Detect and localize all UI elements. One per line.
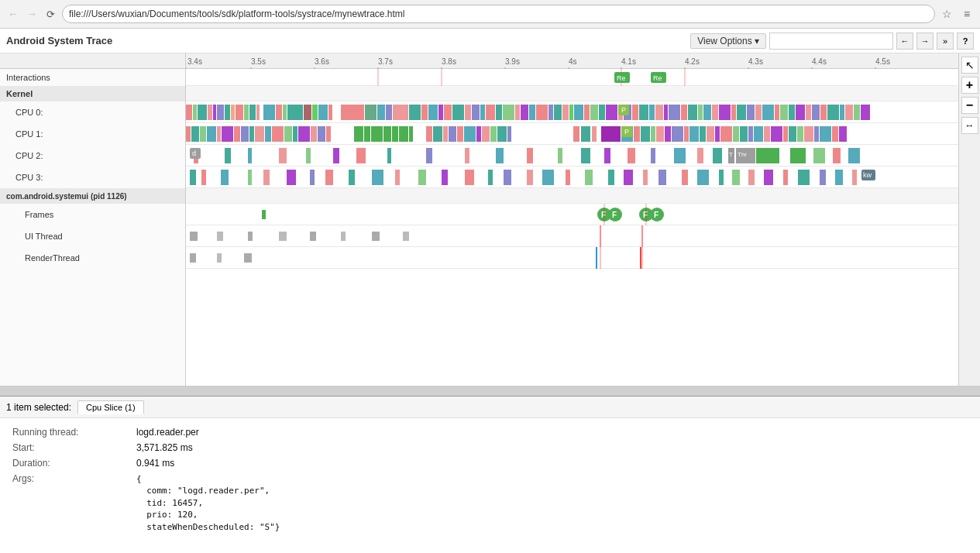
horizontal-scrollbar[interactable] (0, 386, 980, 395)
ui-thread-svg (186, 225, 958, 247)
back-button[interactable]: ← (5, 5, 22, 22)
bottom-status-bar: 1 item selected: Cpu Slice (1) (0, 397, 980, 418)
svg-rect-266 (279, 232, 287, 241)
svg-rect-148 (490, 126, 497, 142)
help-button[interactable]: ? (957, 33, 974, 50)
svg-rect-157 (641, 126, 650, 142)
svg-rect-143 (449, 126, 456, 142)
svg-text:4.2s: 4.2s (685, 57, 700, 66)
svg-rect-110 (845, 105, 853, 120)
track-cpu1[interactable]: P (186, 123, 958, 145)
svg-rect-149 (497, 126, 507, 142)
cpu0-svg: P (186, 101, 958, 123)
svg-rect-64 (472, 105, 480, 120)
nav-buttons: ← → ⟳ (5, 5, 59, 22)
track-cpu2[interactable]: d T Thr (186, 145, 958, 167)
svg-rect-80 (599, 105, 605, 120)
forward-button[interactable]: → (23, 5, 40, 22)
svg-rect-186 (248, 148, 252, 163)
svg-rect-35 (208, 105, 212, 120)
app-header: Android System Trace View Options ▾ ← → … (0, 29, 980, 53)
prev-result-button[interactable]: ← (896, 33, 913, 50)
svg-rect-200 (496, 148, 504, 163)
start-label: Start: (12, 440, 136, 455)
svg-rect-188 (306, 148, 311, 163)
svg-rect-147 (482, 126, 490, 142)
svg-rect-216 (201, 170, 206, 185)
svg-rect-215 (190, 170, 196, 185)
svg-rect-268 (341, 232, 346, 241)
svg-rect-43 (256, 105, 260, 120)
bookmark-icon[interactable]: ☆ (938, 5, 955, 22)
svg-text:4.3s: 4.3s (748, 57, 763, 66)
reload-button[interactable]: ⟳ (42, 5, 59, 22)
svg-rect-117 (200, 126, 206, 142)
svg-rect-217 (221, 170, 229, 185)
zoom-in-button[interactable]: + (961, 77, 978, 94)
svg-rect-104 (796, 105, 805, 120)
svg-rect-98 (747, 105, 755, 120)
label-interactions: Interactions (0, 69, 186, 86)
svg-rect-176 (797, 126, 803, 142)
svg-rect-102 (780, 105, 788, 120)
svg-rect-269 (372, 232, 380, 241)
track-frames[interactable]: F F F F (186, 204, 958, 225)
svg-rect-174 (783, 126, 788, 142)
svg-text:F: F (643, 211, 648, 219)
address-bar[interactable] (62, 5, 935, 23)
track-content[interactable]: 3.4s 3.5s 3.6s 3.7s 3.8s 3.9s 4s 4.1s 4.… (186, 53, 958, 386)
track-ui-thread[interactable] (186, 225, 958, 247)
label-systemui: com.android.systemui (pid 1126) (0, 188, 186, 204)
view-options-button[interactable]: View Options ▾ (690, 33, 766, 49)
svg-rect-223 (349, 170, 355, 185)
expand-button[interactable]: » (937, 33, 954, 50)
svg-rect-60 (438, 105, 443, 120)
label-cpu1: CPU 1: (0, 123, 186, 145)
start-value: 3,571.825 ms (136, 440, 968, 455)
cpu-slice-tab[interactable]: Cpu Slice (1) (77, 400, 144, 414)
search-input[interactable] (769, 33, 893, 50)
svg-text:4s: 4s (569, 57, 577, 66)
svg-rect-239 (682, 170, 688, 185)
svg-rect-274 (217, 253, 222, 263)
track-kernel[interactable] (186, 86, 958, 101)
svg-rect-134 (364, 126, 370, 142)
svg-rect-175 (789, 126, 796, 142)
svg-rect-230 (504, 170, 511, 185)
svg-rect-90 (681, 105, 687, 120)
track-systemui-header[interactable] (186, 188, 958, 204)
svg-rect-202 (558, 148, 562, 163)
track-render-thread[interactable] (186, 247, 958, 269)
svg-rect-222 (325, 170, 333, 185)
svg-rect-153 (592, 126, 597, 142)
svg-rect-50 (318, 105, 328, 120)
next-result-button[interactable]: → (916, 33, 934, 50)
svg-text:4.1s: 4.1s (621, 57, 636, 66)
svg-rect-144 (457, 126, 463, 142)
svg-rect-209 (713, 148, 722, 163)
track-cpu0[interactable]: P (186, 101, 958, 123)
svg-rect-201 (527, 148, 533, 163)
cpu2-svg: d T Thr (186, 145, 958, 167)
svg-rect-44 (263, 105, 275, 120)
svg-rect-192 (426, 148, 432, 163)
svg-rect-89 (669, 105, 680, 120)
svg-rect-244 (764, 170, 773, 185)
svg-rect-220 (287, 170, 296, 185)
svg-rect-45 (276, 105, 282, 120)
svg-rect-121 (234, 126, 240, 142)
svg-rect-164 (700, 126, 706, 142)
svg-text:3.4s: 3.4s (187, 57, 202, 66)
svg-rect-69 (515, 105, 520, 120)
svg-rect-85 (639, 105, 648, 120)
svg-rect-167 (720, 126, 732, 142)
svg-text:F: F (612, 211, 617, 219)
track-interactions[interactable]: Re Re (186, 69, 958, 86)
svg-text:F: F (601, 211, 606, 219)
select-tool-button[interactable]: ↖ (961, 57, 978, 74)
bottom-panel: 1 item selected: Cpu Slice (1) Running t… (0, 395, 980, 523)
zoom-out-button[interactable]: − (961, 97, 978, 114)
track-cpu3[interactable]: kw (186, 167, 958, 188)
fit-button[interactable]: ↔ (961, 117, 978, 134)
menu-icon[interactable]: ≡ (958, 5, 975, 22)
